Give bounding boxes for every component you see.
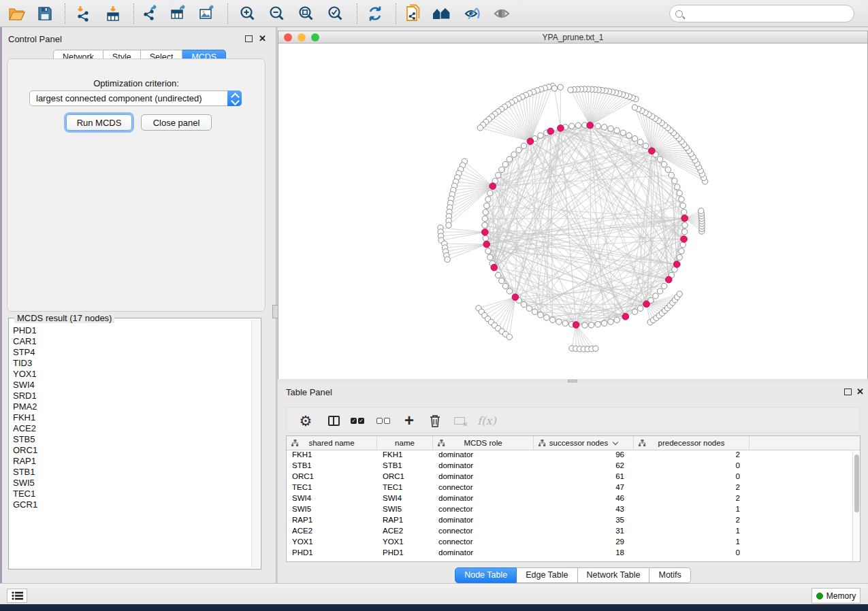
table-cell[interactable]: connector xyxy=(433,483,534,494)
table-cell[interactable]: SWI5 xyxy=(287,505,377,516)
table-cell[interactable]: 2 xyxy=(634,483,750,494)
table-row[interactable]: SWI4SWI4dominator462 xyxy=(287,494,860,505)
tab-edge-table[interactable]: Edge Table xyxy=(517,567,577,583)
network-canvas[interactable] xyxy=(278,44,867,379)
refresh-layout-icon[interactable] xyxy=(364,3,387,24)
table-cell[interactable]: RAP1 xyxy=(377,516,433,527)
table-cell[interactable]: 96 xyxy=(534,450,634,461)
column-header-MCDS-role[interactable]: MCDS role xyxy=(433,436,534,450)
zoom-selected-icon[interactable] xyxy=(324,3,347,24)
result-node-item[interactable]: TID3 xyxy=(13,358,248,369)
table-cell[interactable]: 47 xyxy=(534,483,634,494)
table-cell[interactable]: YOX1 xyxy=(287,538,377,548)
memory-button[interactable]: Memory xyxy=(811,588,861,604)
table-row[interactable]: STB1STB1dominator620 xyxy=(287,461,860,472)
search-input[interactable] xyxy=(683,9,854,18)
result-node-item[interactable]: GCR1 xyxy=(13,499,248,510)
table-cell[interactable]: ORC1 xyxy=(377,472,433,483)
network-overview-icon[interactable] xyxy=(430,3,453,24)
run-mcds-button[interactable]: Run MCDS xyxy=(66,114,132,131)
select-all-icon[interactable]: ✓✓ xyxy=(347,410,368,431)
table-row[interactable]: YOX1YOX1connector291 xyxy=(287,538,860,548)
result-node-item[interactable]: STB1 xyxy=(13,467,248,478)
table-cell[interactable]: 0 xyxy=(634,461,750,472)
column-layout-icon[interactable] xyxy=(323,410,344,431)
table-cell[interactable]: ACE2 xyxy=(377,527,433,538)
table-cell[interactable]: 2 xyxy=(634,516,750,527)
table-cell[interactable]: 1 xyxy=(634,538,750,548)
close-panel-icon[interactable]: ✕ xyxy=(259,35,266,42)
table-cell[interactable]: 2 xyxy=(634,450,750,461)
table-cell[interactable]: ORC1 xyxy=(287,472,377,483)
table-cell[interactable]: 35 xyxy=(534,516,634,527)
table-cell[interactable]: 0 xyxy=(634,472,750,483)
table-cell[interactable]: 43 xyxy=(534,505,634,516)
table-cell[interactable]: 62 xyxy=(534,461,634,472)
table-cell[interactable]: STB1 xyxy=(287,461,377,472)
result-node-item[interactable]: STB5 xyxy=(13,434,248,445)
table-cell[interactable]: connector xyxy=(433,538,534,548)
result-list-scrollbar[interactable] xyxy=(251,320,259,567)
table-cell[interactable]: 1 xyxy=(634,505,750,516)
table-cell[interactable]: connector xyxy=(433,527,534,538)
table-cell[interactable]: 46 xyxy=(534,494,634,505)
zoom-in-icon[interactable] xyxy=(236,3,259,24)
table-cell[interactable]: ACE2 xyxy=(287,527,377,538)
table-row[interactable]: TEC1TEC1connector472 xyxy=(287,483,860,494)
table-cell[interactable]: TEC1 xyxy=(287,483,377,494)
table-cell[interactable]: 29 xyxy=(534,538,634,548)
table-cell[interactable]: 18 xyxy=(534,548,634,559)
table-cell[interactable]: dominator xyxy=(433,450,534,461)
table-cell[interactable]: dominator xyxy=(433,548,534,559)
result-node-item[interactable]: SWI5 xyxy=(13,478,248,489)
table-row[interactable]: ORC1ORC1dominator610 xyxy=(287,472,860,483)
table-cell[interactable]: 2 xyxy=(634,494,750,505)
table-cell[interactable]: TEC1 xyxy=(377,483,433,494)
table-cell[interactable]: 31 xyxy=(534,527,634,538)
table-cell[interactable]: dominator xyxy=(433,494,534,505)
table-row[interactable]: ACE2ACE2connector311 xyxy=(287,527,860,538)
zoom-out-icon[interactable] xyxy=(266,3,289,24)
table-cell[interactable]: STB1 xyxy=(377,461,433,472)
table-cell[interactable]: 1 xyxy=(634,527,750,538)
hide-details-icon[interactable] xyxy=(461,3,484,24)
result-node-item[interactable]: PMA2 xyxy=(13,401,248,412)
deselect-all-icon[interactable] xyxy=(372,410,394,431)
table-cell[interactable]: YOX1 xyxy=(377,538,433,548)
table-float-icon[interactable] xyxy=(844,389,852,395)
optimization-criterion-dropdown[interactable]: largest connected component (undirected) xyxy=(29,90,242,106)
export-network-icon[interactable] xyxy=(140,3,163,24)
table-cell[interactable]: RAP1 xyxy=(287,516,377,527)
close-panel-button[interactable]: Close panel xyxy=(141,114,212,131)
column-header-shared-name[interactable]: shared name xyxy=(287,436,377,450)
table-row[interactable]: SWI5SWI5connector431 xyxy=(287,505,860,516)
table-cell[interactable]: FKH1 xyxy=(377,450,433,461)
save-session-icon[interactable] xyxy=(33,3,57,24)
table-close-icon[interactable]: ✕ xyxy=(856,388,864,395)
result-node-item[interactable]: SWI4 xyxy=(13,380,248,391)
result-node-item[interactable]: PHD1 xyxy=(13,325,248,336)
float-panel-icon[interactable] xyxy=(245,35,253,42)
import-table-icon[interactable] xyxy=(101,3,125,24)
table-cell[interactable]: dominator xyxy=(433,516,534,527)
column-header-predecessor-nodes[interactable]: predecessor nodes xyxy=(634,436,750,450)
horizontal-splitter-handle[interactable] xyxy=(568,380,577,382)
table-cell[interactable]: connector xyxy=(433,505,534,516)
table-cell[interactable]: dominator xyxy=(433,461,534,472)
zoom-fit-icon[interactable] xyxy=(295,3,318,24)
table-cell[interactable]: 61 xyxy=(534,472,634,483)
table-cell[interactable]: SWI4 xyxy=(287,494,377,505)
table-cell[interactable]: SWI4 xyxy=(377,494,433,505)
result-node-item[interactable]: FKH1 xyxy=(13,412,248,423)
delete-column-icon[interactable] xyxy=(424,410,446,431)
result-node-item[interactable]: SRD1 xyxy=(13,391,248,401)
table-cell[interactable]: PHD1 xyxy=(377,548,433,559)
result-node-item[interactable]: RAP1 xyxy=(13,456,248,467)
import-network-icon[interactable] xyxy=(72,3,95,24)
table-scrollbar[interactable] xyxy=(852,451,860,561)
tab-network-table[interactable]: Network Table xyxy=(578,567,650,583)
table-row[interactable]: FKH1FKH1dominator962 xyxy=(287,450,860,461)
table-cell[interactable]: SWI5 xyxy=(377,505,433,516)
open-file-icon[interactable] xyxy=(5,3,29,24)
table-cell[interactable]: 0 xyxy=(634,548,750,559)
